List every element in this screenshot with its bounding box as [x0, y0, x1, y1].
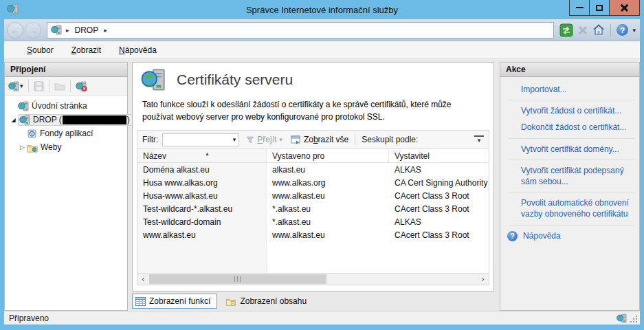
tree-item-sites[interactable]: ▷ Weby — [18, 140, 126, 154]
forward-icon: → — [28, 25, 38, 35]
minimize-button[interactable] — [569, 0, 590, 16]
feature-panel: Certifikáty serveru Tato funkce slouží k… — [132, 62, 494, 292]
create-connection-dropdown-icon: ▾ — [20, 82, 23, 89]
connections-tree: Úvodní stránka ◢ DROP () — [5, 96, 127, 310]
table-row[interactable]: www.alkast.eu www.alkast.eu CAcert Class… — [137, 228, 489, 241]
show-all-button[interactable]: Zobrazit vše — [291, 135, 348, 144]
feature-description: Tato funkce slouží k odesílání žádostí o… — [133, 94, 480, 130]
connections-toolbar: ▾ — [5, 77, 127, 96]
action-create-certificate-request[interactable]: Vytvořit žádost o certifikát... — [500, 102, 639, 119]
action-create-self-signed-certificate[interactable]: Vytvořit certifikát podepsaný sám sebou.… — [500, 162, 639, 190]
scrollbar-grip-icon — [234, 276, 241, 282]
minimize-icon — [576, 7, 584, 8]
home-button[interactable] — [592, 24, 605, 36]
list-viewport: Název ▲ Vystaveno pro Vystavitel Doména … — [137, 149, 489, 273]
menu-soubor[interactable]: Soubor — [18, 41, 63, 59]
scrollbar-track[interactable] — [149, 274, 477, 285]
menu-zobrazit[interactable]: Zobrazit — [63, 41, 110, 59]
feature-title: Certifikáty serveru — [177, 72, 293, 88]
actions-separator — [509, 100, 635, 100]
action-help[interactable]: ? Nápověda — [500, 228, 639, 245]
action-import[interactable]: Importovat... — [500, 81, 639, 98]
column-header-vystavitel[interactable]: Vystavitel — [389, 149, 489, 162]
actions-body: Importovat... Vytvořit žádost o certifik… — [500, 77, 639, 245]
status-text: Připraveno — [9, 314, 49, 323]
table-row[interactable]: Test-wildcard-domain *.alkast.eu ALKAS — [137, 215, 489, 228]
group-by-dropdown[interactable]: ▾ — [474, 135, 484, 144]
expander-closed-icon[interactable]: ▷ — [18, 144, 27, 151]
up-level-button[interactable] — [54, 81, 65, 91]
menu-bar: Soubor Zobrazit Nápověda — [4, 41, 640, 59]
status-bar: Připraveno — [4, 311, 640, 324]
title-bar: Správce Internetové informační služby — [4, 0, 640, 19]
expander-open-icon[interactable]: ◢ — [9, 117, 18, 123]
maximize-button[interactable] — [589, 0, 610, 16]
show-all-icon — [291, 135, 301, 144]
redacted-server-name — [63, 116, 126, 124]
column-header-vystaveno-pro[interactable]: Vystaveno pro — [267, 149, 389, 162]
tab-content-view[interactable]: Zobrazení obsahu — [223, 294, 313, 308]
actions-separator — [509, 138, 635, 139]
funnel-icon — [246, 136, 254, 144]
action-enable-auto-rebind[interactable]: Povolit automatické obnovení vazby obnov… — [500, 195, 639, 222]
maximize-icon — [596, 5, 603, 11]
filter-toolbar: Filtr: ▾ Přejít ▾ — [137, 131, 489, 149]
selected-tree-node[interactable]: DROP () — [18, 114, 133, 126]
scrollbar-thumb[interactable] — [149, 274, 326, 284]
group-by-label: Seskupit podle: — [362, 135, 418, 144]
action-complete-certificate-request[interactable]: Dokončit žádost o certifikát... — [500, 119, 639, 135]
breadcrumb[interactable]: ▸ DROP ▸ — [47, 22, 554, 38]
sites-folder-icon — [27, 142, 38, 153]
start-page-icon — [18, 101, 29, 111]
help-button[interactable]: ? — [617, 24, 628, 36]
filter-dropdown-icon: ▾ — [233, 136, 236, 143]
tree-item-start-page[interactable]: Úvodní stránka — [18, 99, 126, 113]
actions-header: Akce — [500, 63, 639, 77]
filter-input[interactable]: ▾ — [162, 133, 239, 146]
scroll-right-button[interactable]: › — [477, 274, 489, 285]
tree-item-server-drop[interactable]: ◢ DROP () — [9, 113, 126, 126]
server-icon — [19, 115, 30, 125]
forward-button[interactable]: → — [25, 22, 41, 38]
filter-label: Filtr: — [142, 135, 158, 144]
go-dropdown-icon: ▾ — [279, 136, 282, 143]
table-row[interactable]: Husa-www.alkast.eu www.alkast.eu CAcert … — [137, 189, 489, 202]
horizontal-scrollbar[interactable]: ‹ › — [137, 273, 489, 285]
create-connection-button[interactable]: ▾ — [8, 81, 23, 91]
scroll-left-button[interactable]: ‹ — [137, 274, 149, 285]
help-dropdown-icon[interactable]: ▾ — [632, 27, 636, 34]
breadcrumb-server-icon — [51, 25, 62, 35]
actions-separator — [509, 192, 635, 192]
go-button[interactable]: Přejít ▾ — [246, 135, 282, 144]
close-button[interactable] — [609, 0, 640, 16]
tab-features-view[interactable]: Zobrazení funkcí — [132, 294, 217, 309]
help-icon: ? — [507, 231, 518, 241]
breadcrumb-arrow-icon: ▸ — [66, 27, 69, 34]
table-row[interactable]: Test-wildcard-*.alkast.eu *.alkast.eu CA… — [137, 202, 489, 215]
help-icon: ? — [621, 26, 625, 34]
actions-separator — [509, 160, 635, 160]
tree-item-app-pools[interactable]: Fondy aplikací — [27, 126, 126, 140]
save-connection-button[interactable] — [34, 81, 44, 91]
column-header-nazev[interactable]: Název ▲ — [137, 149, 267, 162]
connections-panel: Připojení ▾ — [4, 62, 128, 311]
resize-grip[interactable] — [629, 314, 637, 322]
features-view-icon — [135, 297, 146, 306]
breadcrumb-item-drop[interactable]: DROP — [74, 24, 100, 36]
stop-disconnect-button[interactable] — [577, 25, 588, 36]
back-button[interactable]: ← — [7, 22, 23, 38]
table-row[interactable]: Husa www.alkas.org www.alkas.org CA Cert… — [137, 176, 489, 189]
view-tabs: Zobrazení funkcí Zobrazení obsahu — [132, 292, 494, 311]
table-rows: Doména alkast.eu alkast.eu ALKAS Husa ww… — [137, 163, 489, 241]
app-pools-icon — [27, 129, 37, 139]
server-certificates-icon — [141, 68, 166, 91]
sort-ascending-icon: ▲ — [205, 151, 210, 156]
table-row[interactable]: Doména alkast.eu alkast.eu ALKAS — [137, 163, 489, 176]
certificates-list: Filtr: ▾ Přejít ▾ — [137, 130, 489, 285]
menu-napoveda[interactable]: Nápověda — [110, 41, 166, 59]
window-title: Správce Internetové informační služby — [4, 5, 640, 15]
delete-connection-button[interactable] — [76, 81, 87, 91]
action-create-domain-certificate[interactable]: Vytvořit certifikát domény... — [500, 141, 639, 157]
back-icon: ← — [10, 25, 20, 35]
refresh-button[interactable] — [559, 23, 573, 37]
